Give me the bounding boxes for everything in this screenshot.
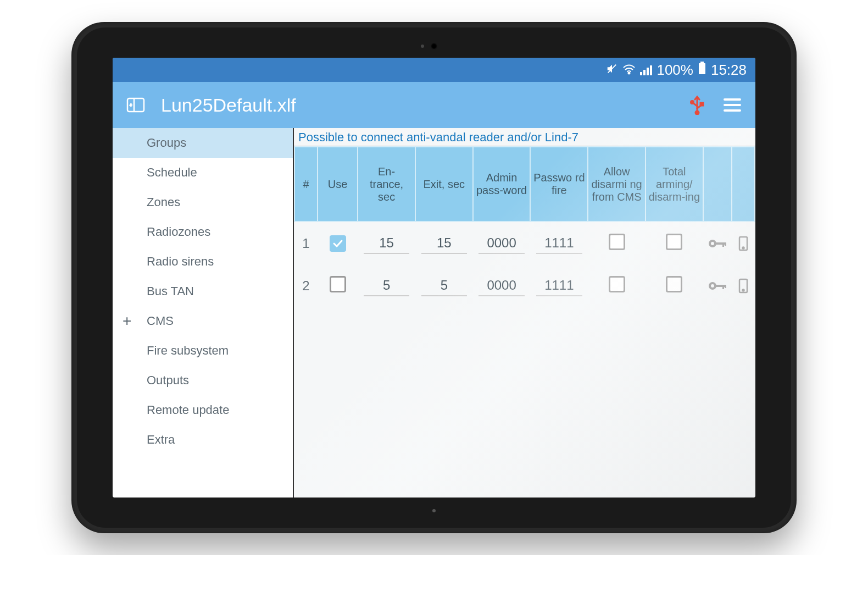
col-allow: Allow disarmi ng from CMS [588,147,646,222]
col-pwdfire: Passwo rd fire [530,147,588,222]
allow-checkbox[interactable] [609,234,625,250]
sidebar-item-label: Radiozones [147,225,210,239]
sidebar-item-label: Bus TAN [147,284,194,299]
col-admin: Admin pass-word [473,147,531,222]
cell-pwdfire [530,264,588,307]
battery-text: 100% [656,62,693,79]
sidebar-item-label: Remote update [147,403,229,417]
wifi-icon [622,62,636,79]
col-total: Total arming/ disarm-ing [646,147,703,222]
status-icons: 100% 15:28 [606,62,747,79]
cell-use [318,264,358,307]
svg-rect-13 [722,242,724,247]
table-row: 1 [294,222,755,264]
sidebar-item-fire-subsystem[interactable]: Fire subsystem [113,336,293,366]
tablet-bezel: 100% 15:28 Lun25Default.xlf [77,27,791,528]
clock-text: 15:28 [711,62,747,79]
admin-input[interactable] [478,233,524,254]
sidebar-item-cms[interactable]: +CMS [113,306,293,336]
cell-admin [473,222,531,264]
svg-rect-20 [722,285,724,289]
sidebar-item-label: Extra [147,433,175,447]
table-header-row: # Use En- trance, sec Exit, sec Admin pa… [294,147,755,222]
svg-point-7 [691,101,694,104]
key-icon[interactable] [703,264,732,307]
use-checkbox[interactable] [330,235,346,252]
phone-icon[interactable] [732,222,755,264]
sidebar-item-label: Zones [147,195,180,209]
sidebar-item-schedule[interactable]: Schedule [113,158,293,187]
content-area: GroupsScheduleZonesRadiozonesRadio siren… [113,128,755,498]
usb-icon[interactable] [687,95,707,115]
svg-point-16 [743,247,744,248]
home-indicator [432,509,436,512]
screen: 100% 15:28 Lun25Default.xlf [113,58,755,498]
row-num: 2 [294,264,318,307]
admin-input[interactable] [478,275,524,296]
status-bar: 100% 15:28 [113,58,755,82]
back-panel-icon[interactable] [126,97,146,113]
cell-exit [415,222,473,264]
col-entrance: En- trance, sec [358,147,415,222]
sidebar-item-radiozones[interactable]: Radiozones [113,217,293,247]
sidebar-item-label: Radio sirens [147,255,214,269]
mute-icon [606,62,618,79]
sidebar-item-outputs[interactable]: Outputs [113,366,293,395]
entrance-input[interactable] [364,233,409,254]
col-num: # [294,147,318,222]
key-icon[interactable] [703,222,732,264]
svg-rect-21 [725,285,726,288]
cell-entrance [358,222,415,264]
sidebar-item-extra[interactable]: Extra [113,425,293,455]
cell-pwdfire [530,222,588,264]
info-text: Possible to connect anti-vandal reader a… [294,128,755,146]
signal-icon [640,64,652,75]
sidebar-item-bus-tan[interactable]: Bus TAN [113,277,293,306]
phone-icon[interactable] [732,264,755,307]
menu-icon[interactable] [722,98,742,112]
sidebar-item-remote-update[interactable]: Remote update [113,395,293,425]
svg-rect-12 [716,242,726,245]
col-use: Use [318,147,358,222]
sidebar-item-radio-sirens[interactable]: Radio sirens [113,247,293,277]
use-checkbox[interactable] [330,276,346,292]
cell-admin [473,264,531,307]
svg-rect-14 [725,242,726,246]
svg-point-9 [695,111,699,114]
sidebar-item-label: Groups [147,136,186,150]
cell-use [318,222,358,264]
battery-icon [698,62,706,79]
col-exit: Exit, sec [415,147,473,222]
allow-checkbox[interactable] [609,276,625,292]
pwdfire-input[interactable] [536,233,582,254]
svg-point-1 [628,72,630,74]
total-checkbox[interactable] [666,234,682,250]
sidebar-item-groups[interactable]: Groups [113,128,293,158]
row-num: 1 [294,222,318,264]
cell-entrance [358,264,415,307]
cell-allow [588,222,646,264]
app-bar: Lun25Default.xlf [113,82,755,128]
cell-total [646,222,703,264]
cell-exit [415,264,473,307]
svg-point-18 [711,284,714,288]
exit-input[interactable] [421,233,467,254]
groups-table: # Use En- trance, sec Exit, sec Admin pa… [294,146,755,307]
exit-input[interactable] [421,275,467,296]
svg-rect-8 [700,103,703,106]
cell-total [646,264,703,307]
total-checkbox[interactable] [666,276,682,292]
tablet-frame: 100% 15:28 Lun25Default.xlf [71,22,797,533]
pwdfire-input[interactable] [536,275,582,296]
main-panel: Possible to connect anti-vandal reader a… [294,128,755,498]
sidebar-item-label: Fire subsystem [147,344,229,358]
entrance-input[interactable] [364,275,409,296]
sidebar-item-zones[interactable]: Zones [113,187,293,217]
sidebar-item-label: Outputs [147,373,189,388]
svg-rect-2 [699,63,705,74]
sidebar: GroupsScheduleZonesRadiozonesRadio siren… [113,128,294,498]
page-title: Lun25Default.xlf [161,95,672,116]
sidebar-item-label: Schedule [147,165,197,180]
svg-rect-19 [716,285,726,287]
cell-allow [588,264,646,307]
